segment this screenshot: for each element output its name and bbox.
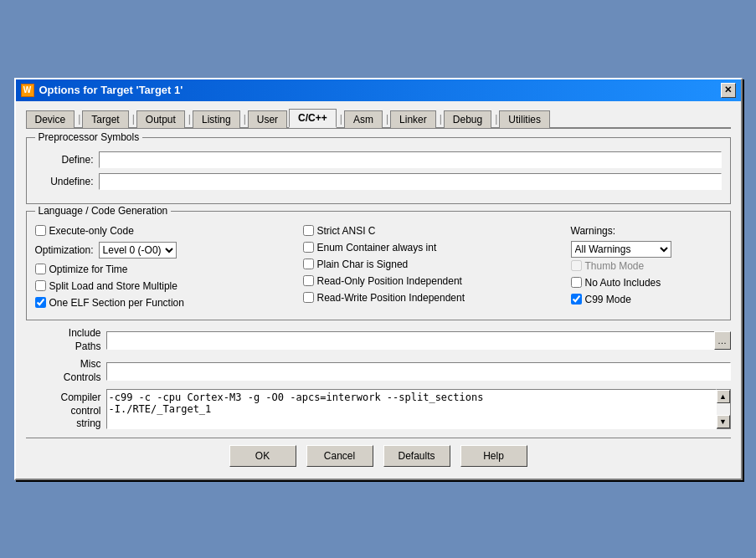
- language-group-label: Language / Code Generation: [35, 205, 172, 217]
- title-bar-left: W Options for Target 'Target 1': [21, 84, 183, 97]
- compiler-textarea[interactable]: -c99 -c -cpu Cortex-M3 -g -O0 -apcs=inte…: [106, 389, 717, 429]
- define-row: Define:: [35, 151, 722, 168]
- split-load-row: Split Load and Store Multiple: [35, 280, 295, 292]
- compiler-scroll-down[interactable]: ▼: [717, 415, 730, 428]
- c99-mode-row: C99 Mode: [571, 294, 722, 305]
- plain-char-row: Plain Char is Signed: [303, 259, 563, 270]
- execute-only-label: Execute-only Code: [49, 225, 134, 237]
- help-button[interactable]: Help: [460, 445, 527, 467]
- thumb-mode-row: Thumb Mode: [571, 260, 722, 272]
- sep4: |: [242, 110, 248, 127]
- warnings-select[interactable]: All Warnings No Warnings Unspecified: [571, 241, 671, 258]
- include-paths-label: IncludePaths: [26, 327, 101, 353]
- ok-button[interactable]: OK: [229, 445, 296, 467]
- bottom-buttons: OK Cancel Defaults Help: [26, 438, 731, 470]
- split-load-checkbox[interactable]: [35, 280, 46, 291]
- include-paths-wrap: …: [106, 331, 731, 350]
- tab-utilities[interactable]: Utilities: [499, 110, 550, 128]
- preprocessor-group: Preprocessor Symbols Define: Undefine:: [26, 137, 731, 204]
- defaults-button[interactable]: Defaults: [383, 445, 450, 467]
- plain-char-label: Plain Char is Signed: [317, 259, 409, 270]
- one-elf-row: One ELF Section per Function: [35, 297, 295, 309]
- optimize-time-label: Optimize for Time: [49, 264, 128, 275]
- sep5: |: [338, 110, 344, 127]
- read-write-pos-checkbox[interactable]: [303, 292, 314, 303]
- plain-char-checkbox[interactable]: [303, 259, 314, 269]
- misc-controls-row: MiscControls: [26, 358, 731, 384]
- thumb-mode-label: Thumb Mode: [585, 260, 645, 272]
- compiler-row: Compilercontrolstring -c99 -c -cpu Corte…: [26, 389, 731, 431]
- undefine-input[interactable]: [99, 173, 722, 190]
- misc-controls-input[interactable]: [106, 362, 731, 381]
- preprocessor-group-label: Preprocessor Symbols: [35, 131, 143, 143]
- include-paths-input[interactable]: [106, 331, 731, 350]
- define-input[interactable]: [99, 151, 722, 168]
- undefine-label: Undefine:: [35, 176, 94, 187]
- include-paths-row: IncludePaths …: [26, 327, 731, 353]
- compiler-label: Compilercontrolstring: [26, 392, 101, 431]
- read-only-pos-label: Read-Only Position Independent: [317, 275, 462, 287]
- execute-only-row: Execute-only Code: [35, 225, 295, 237]
- compiler-scrollbar: ▲ ▼: [717, 389, 731, 429]
- warnings-section: Warnings: All Warnings No Warnings Unspe…: [571, 225, 722, 258]
- app-icon: W: [21, 84, 34, 97]
- tab-cpp[interactable]: C/C++: [289, 109, 337, 128]
- lang-center-col: Strict ANSI C Enum Container always int …: [303, 225, 563, 311]
- enum-container-checkbox[interactable]: [303, 242, 314, 253]
- options-dialog: W Options for Target 'Target 1' ✕ Device…: [14, 78, 743, 480]
- title-bar: W Options for Target 'Target 1' ✕: [16, 79, 741, 101]
- no-auto-includes-checkbox[interactable]: [571, 277, 582, 288]
- language-group: Language / Code Generation Execute-only …: [26, 211, 731, 320]
- thumb-mode-checkbox[interactable]: [571, 260, 582, 271]
- sep8: |: [493, 110, 499, 127]
- execute-only-checkbox[interactable]: [35, 225, 46, 236]
- read-write-pos-label: Read-Write Position Independent: [317, 292, 465, 304]
- one-elf-checkbox[interactable]: [35, 297, 46, 308]
- optimization-select[interactable]: Level 0 (-O0) Level 1 (-O1) Level 2 (-O2…: [99, 242, 177, 259]
- c99-mode-checkbox[interactable]: [571, 294, 582, 305]
- tab-bar: Device | Target | Output | Listing | Use…: [26, 108, 731, 129]
- cancel-button[interactable]: Cancel: [306, 445, 373, 467]
- enum-container-label: Enum Container always int: [317, 242, 437, 253]
- lang-columns: Execute-only Code Optimization: Level 0 …: [35, 225, 722, 311]
- strict-ansi-row: Strict ANSI C: [303, 225, 563, 237]
- no-auto-includes-label: No Auto Includes: [585, 277, 661, 289]
- define-label: Define:: [35, 154, 94, 166]
- sep7: |: [438, 110, 444, 127]
- warnings-label: Warnings:: [571, 225, 722, 237]
- one-elf-label: One ELF Section per Function: [49, 297, 184, 309]
- tab-listing[interactable]: Listing: [193, 110, 240, 128]
- optimization-label: Optimization:: [35, 244, 94, 256]
- tab-device[interactable]: Device: [26, 110, 75, 128]
- optimization-row: Optimization: Level 0 (-O0) Level 1 (-O1…: [35, 242, 295, 259]
- sep2: |: [131, 110, 136, 127]
- dialog-body: Device | Target | Output | Listing | Use…: [16, 101, 741, 479]
- split-load-label: Split Load and Store Multiple: [49, 280, 177, 292]
- strict-ansi-checkbox[interactable]: [303, 225, 314, 236]
- lang-left-col: Execute-only Code Optimization: Level 0 …: [35, 225, 295, 311]
- sep6: |: [384, 110, 390, 127]
- read-only-pos-row: Read-Only Position Independent: [303, 275, 563, 287]
- strict-ansi-label: Strict ANSI C: [317, 225, 376, 237]
- dialog-title: Options for Target 'Target 1': [39, 84, 183, 96]
- tab-linker[interactable]: Linker: [390, 110, 436, 128]
- optimize-time-row: Optimize for Time: [35, 264, 295, 275]
- tab-user[interactable]: User: [248, 110, 287, 128]
- compiler-scroll-up[interactable]: ▲: [717, 390, 730, 403]
- tab-target[interactable]: Target: [82, 110, 128, 128]
- optimize-time-checkbox[interactable]: [35, 264, 46, 274]
- include-paths-browse-button[interactable]: …: [714, 331, 731, 350]
- tab-asm[interactable]: Asm: [344, 110, 383, 128]
- tab-output[interactable]: Output: [136, 110, 185, 128]
- close-button[interactable]: ✕: [721, 83, 736, 98]
- compiler-wrap: -c99 -c -cpu Cortex-M3 -g -O0 -apcs=inte…: [106, 389, 731, 429]
- read-only-pos-checkbox[interactable]: [303, 275, 314, 286]
- tab-debug[interactable]: Debug: [444, 110, 491, 128]
- read-write-pos-row: Read-Write Position Independent: [303, 292, 563, 304]
- undefine-row: Undefine:: [35, 173, 722, 190]
- misc-controls-label: MiscControls: [26, 358, 101, 384]
- sep1: |: [76, 110, 82, 127]
- misc-controls-wrap: [106, 362, 731, 381]
- enum-container-row: Enum Container always int: [303, 242, 563, 253]
- no-auto-includes-row: No Auto Includes: [571, 277, 722, 289]
